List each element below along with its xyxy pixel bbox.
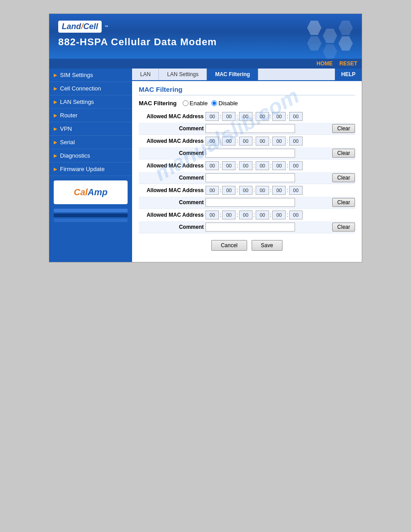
mac-octet-1-6[interactable] — [289, 112, 303, 121]
sidebar-item-firmware-update[interactable]: ▶ Firmware Update — [49, 163, 132, 176]
comment-input-1[interactable] — [206, 124, 295, 133]
mac-octet-3-4[interactable] — [256, 161, 269, 170]
mac-address-row-5: Allowed MAC Address : : : : : — [139, 209, 355, 221]
mac-octet-1-2[interactable] — [222, 112, 235, 121]
mac-octet-5-4[interactable] — [256, 210, 269, 219]
logo-tm: ™ — [104, 25, 108, 29]
clear-button-5[interactable]: Clear — [332, 223, 355, 232]
mac-inputs-3: : : : : : — [206, 161, 303, 170]
sidebar-item-lan-settings[interactable]: ▶ LAN Settings — [49, 95, 132, 109]
save-button[interactable]: Save — [252, 240, 283, 251]
hex-decoration — [307, 21, 353, 59]
enable-radio[interactable] — [183, 100, 188, 106]
mac-octet-1-4[interactable] — [256, 112, 269, 121]
mac-inputs-4: : : : : : — [206, 186, 303, 195]
mac-octet-3-1[interactable] — [206, 161, 219, 170]
comment-input-5[interactable] — [206, 223, 295, 232]
mac-octet-2-3[interactable] — [239, 137, 253, 146]
sidebar: ▶ SIM Settings ▶ Cell Connection ▶ LAN S… — [49, 69, 132, 262]
disable-radio-label[interactable]: Disable — [211, 100, 238, 107]
arrow-icon: ▶ — [54, 86, 57, 91]
mac-octet-2-4[interactable] — [256, 137, 269, 146]
mac-address-row-1: Allowed MAC Address : : : : : — [139, 110, 355, 123]
clear-button-1[interactable]: Clear — [332, 124, 355, 133]
clear-button-3[interactable]: Clear — [332, 173, 355, 182]
comment-input-2[interactable] — [206, 149, 295, 158]
clear-button-4[interactable]: Clear — [332, 198, 355, 207]
enable-radio-label[interactable]: Enable — [183, 100, 208, 107]
disable-radio[interactable] — [211, 100, 217, 106]
main-layout: ▶ SIM Settings ▶ Cell Connection ▶ LAN S… — [49, 69, 362, 262]
mac-octet-2-6[interactable] — [289, 137, 303, 146]
page-heading: MAC Filtering — [139, 86, 355, 95]
calamp-logo: CalAmp — [74, 187, 108, 197]
logo-land: Land — [62, 22, 81, 31]
mac-octet-5-6[interactable] — [289, 210, 303, 219]
mac-octet-4-3[interactable] — [239, 186, 253, 195]
mac-octet-1-1[interactable] — [206, 112, 219, 121]
comment-label-4: Comment — [139, 199, 204, 206]
comment-input-3[interactable] — [206, 173, 295, 182]
tab-help[interactable]: HELP — [335, 69, 362, 80]
mac-octet-3-2[interactable] — [222, 161, 235, 170]
mac-octet-5-1[interactable] — [206, 210, 219, 219]
mac-octet-5-5[interactable] — [272, 210, 286, 219]
clear-button-2[interactable]: Clear — [332, 149, 355, 158]
sidebar-bottom-bars — [49, 209, 132, 222]
mac-octet-4-1[interactable] — [206, 186, 219, 195]
reset-link[interactable]: RESET — [339, 60, 357, 67]
sidebar-item-router[interactable]: ▶ Router — [49, 109, 132, 122]
comment-label-5: Comment — [139, 224, 204, 230]
sidebar-item-cell-connection[interactable]: ▶ Cell Connection — [49, 82, 132, 95]
tab-mac-filtering[interactable]: MAC Filtering — [207, 69, 258, 80]
arrow-icon: ▶ — [54, 153, 57, 158]
mac-octet-2-5[interactable] — [272, 137, 286, 146]
mac-octet-4-5[interactable] — [272, 186, 286, 195]
mac-octet-5-2[interactable] — [222, 210, 235, 219]
mac-address-label-5: Allowed MAC Address — [139, 212, 204, 218]
mac-octet-1-3[interactable] — [239, 112, 253, 121]
comment-row-5: Comment Clear — [139, 221, 355, 233]
mac-address-label-4: Allowed MAC Address — [139, 187, 204, 193]
mac-octet-3-5[interactable] — [272, 161, 286, 170]
mac-octet-3-6[interactable] — [289, 161, 303, 170]
mac-octet-1-5[interactable] — [272, 112, 286, 121]
home-link[interactable]: HOME — [317, 60, 333, 67]
mac-octet-3-3[interactable] — [239, 161, 253, 170]
tab-lan-settings[interactable]: LAN Settings — [159, 69, 207, 80]
sidebar-item-label: Firmware Update — [60, 166, 105, 172]
mac-octet-2-1[interactable] — [206, 137, 219, 146]
bar-2 — [54, 214, 128, 217]
comment-input-4[interactable] — [206, 198, 295, 207]
tab-lan[interactable]: LAN — [132, 69, 159, 80]
mac-inputs-5: : : : : : — [206, 210, 303, 219]
comment-label-1: Comment — [139, 125, 204, 132]
mac-inputs-2: : : : : : — [206, 137, 303, 146]
bottom-buttons: Cancel Save — [139, 240, 355, 257]
comment-row-1: Comment Clear — [139, 123, 355, 134]
page-content: MAC Filtering MAC Filtering Enable Disab… — [132, 81, 362, 262]
cancel-button[interactable]: Cancel — [211, 240, 247, 251]
mac-entry-3: Allowed MAC Address : : : : : — [139, 159, 355, 184]
mac-octet-4-2[interactable] — [222, 186, 235, 195]
sidebar-item-sim-settings[interactable]: ▶ SIM Settings — [49, 69, 132, 82]
mac-octet-4-6[interactable] — [289, 186, 303, 195]
sidebar-item-label: Diagnostics — [60, 152, 90, 159]
comment-row-3: Comment Clear — [139, 172, 355, 184]
mac-entry-1: Allowed MAC Address : : : : : — [139, 110, 355, 135]
mac-address-row-3: Allowed MAC Address : : : : : — [139, 159, 355, 172]
arrow-icon: ▶ — [54, 113, 57, 118]
mac-octet-4-4[interactable] — [256, 186, 269, 195]
mac-octet-5-3[interactable] — [239, 210, 253, 219]
sidebar-item-serial[interactable]: ▶ Serial — [49, 136, 132, 149]
bar-3 — [54, 219, 128, 222]
mac-filter-enable-row: MAC Filtering Enable Disable — [139, 100, 355, 107]
comment-label-2: Comment — [139, 150, 204, 156]
mac-octet-2-2[interactable] — [222, 137, 235, 146]
mac-address-row-4: Allowed MAC Address : : : : : — [139, 184, 355, 197]
mac-address-label-1: Allowed MAC Address — [139, 113, 204, 120]
sidebar-item-vpn[interactable]: ▶ VPN — [49, 122, 132, 136]
sidebar-item-diagnostics[interactable]: ▶ Diagnostics — [49, 149, 132, 163]
sidebar-item-label: Cell Connection — [60, 85, 101, 92]
mac-inputs-1: : : : : : — [206, 112, 303, 121]
